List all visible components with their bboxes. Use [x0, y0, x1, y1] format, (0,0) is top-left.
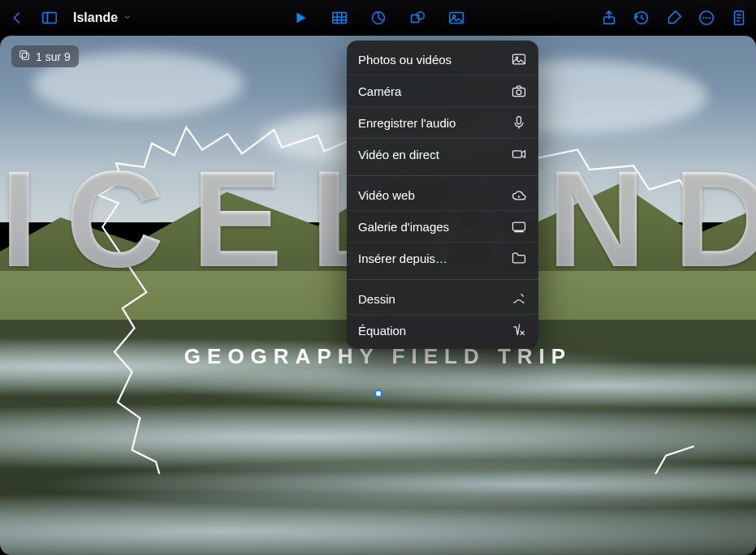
svg-point-19	[516, 90, 521, 95]
svg-point-11	[706, 17, 707, 19]
menu-item-image-gallery[interactable]: Galerie d'images	[347, 210, 538, 242]
draw-icon	[511, 290, 527, 307]
microphone-icon	[511, 114, 527, 131]
format-brush-button[interactable]	[665, 9, 683, 27]
menu-item-insert-from[interactable]: Insérer depuis…	[347, 242, 538, 273]
back-button[interactable]	[8, 9, 26, 27]
menu-item-label: Insérer depuis…	[358, 252, 447, 265]
svg-point-4	[417, 12, 424, 19]
table-button[interactable]	[330, 9, 348, 27]
menu-item-live-video[interactable]: Vidéo en direct	[347, 138, 538, 170]
menu-item-photos[interactable]: Photos ou vidéos	[347, 44, 538, 75]
camera-icon	[511, 83, 527, 99]
svg-rect-22	[513, 222, 525, 230]
photos-icon	[511, 51, 527, 67]
menu-group-create: Dessin Équation	[347, 279, 538, 349]
menu-item-drawing[interactable]: Dessin	[347, 283, 538, 314]
doc-title-label: Islande	[73, 11, 118, 25]
menu-group-capture: Photos ou vidéos Caméra Enregistrer l'au…	[347, 41, 538, 173]
svg-point-10	[702, 17, 704, 19]
menu-item-label: Dessin	[358, 292, 395, 306]
app-frame: Islande	[0, 0, 756, 555]
toolbar: Islande	[0, 0, 756, 36]
folder-icon	[511, 250, 527, 266]
svg-rect-20	[517, 117, 521, 124]
svg-rect-15	[22, 53, 28, 59]
equation-icon	[511, 322, 527, 338]
menu-item-camera[interactable]: Caméra	[347, 75, 538, 106]
menu-item-label: Vidéo web	[358, 188, 415, 202]
menu-item-label: Vidéo en direct	[358, 148, 439, 161]
cloud-icon	[511, 187, 527, 203]
menu-item-equation[interactable]: Équation	[347, 314, 538, 346]
shape-button[interactable]	[408, 9, 426, 27]
gallery-icon	[511, 218, 527, 234]
slide-counter-label: 1 sur 9	[36, 50, 71, 63]
menu-item-label: Photos ou vidéos	[358, 53, 451, 67]
menu-item-label: Enregistrer l'audio	[358, 116, 456, 130]
svg-rect-0	[43, 13, 57, 24]
insert-media-menu: Photos ou vidéos Caméra Enregistrer l'au…	[347, 41, 538, 349]
svg-rect-23	[515, 231, 523, 232]
menu-item-label: Galerie d'images	[358, 220, 449, 234]
svg-rect-14	[20, 51, 27, 58]
slide-counter-badge[interactable]: 1 sur 9	[11, 45, 79, 67]
share-button[interactable]	[600, 9, 618, 27]
menu-item-record-audio[interactable]: Enregistrer l'audio	[347, 106, 538, 138]
svg-rect-1	[332, 13, 346, 24]
menu-item-web-video[interactable]: Vidéo web	[347, 179, 538, 210]
play-button[interactable]	[292, 9, 309, 27]
menu-item-label: Caméra	[358, 84, 401, 98]
media-button[interactable]	[447, 9, 465, 27]
doc-title[interactable]: Islande	[73, 11, 132, 25]
chevron-down-icon	[123, 11, 132, 25]
history-button[interactable]	[633, 9, 650, 27]
sidebar-toggle-button[interactable]	[41, 9, 58, 27]
live-video-icon	[511, 146, 527, 162]
menu-group-sources: Vidéo web Galerie d'images Insérer depui…	[347, 175, 538, 277]
chart-button[interactable]	[369, 9, 387, 27]
svg-rect-21	[513, 151, 522, 157]
svg-point-12	[709, 17, 711, 19]
stack-icon	[18, 49, 31, 64]
menu-item-label: Équation	[358, 324, 406, 338]
document-settings-button[interactable]	[730, 9, 748, 27]
more-button[interactable]	[698, 9, 715, 27]
selection-handle-bottom[interactable]	[374, 389, 382, 398]
